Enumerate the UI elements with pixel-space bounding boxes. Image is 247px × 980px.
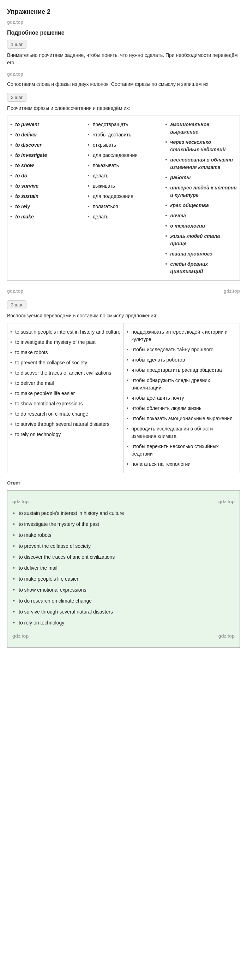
step3-left-item: to show emotional expressions	[10, 399, 121, 409]
col1: to preventto deliverto discoverto invest…	[8, 116, 85, 280]
step2-text: Прочитаем фразы и словосочетания и перев…	[7, 105, 240, 112]
subtitle: Подробное решение	[7, 29, 240, 37]
step3-right-item: чтобы доставить почту	[127, 393, 237, 403]
col3-item: работы	[165, 172, 237, 183]
answer-watermark-bottom-left: gdz.top	[12, 633, 28, 640]
col2-item: чтобы доставить	[88, 130, 160, 140]
col2-item: делать	[88, 171, 160, 181]
step3-left-item: to discover the traces of ancient civili…	[10, 368, 121, 378]
col1-item: to survive	[10, 181, 82, 191]
step3-right-item: чтобы обнаружить следы древних цивилизац…	[127, 375, 237, 393]
columns-table: to preventto deliverto discoverto invest…	[7, 116, 240, 281]
col3-item: через несколько стихийных бедствий	[165, 137, 237, 155]
step3-badge: 3 шаг	[7, 301, 27, 310]
answer-watermark-row-top: gdz.top gdz.top	[12, 498, 235, 506]
step3-right-item: чтобы пережить несколько стихийных бедст…	[127, 441, 237, 459]
step1-instruction: Сопоставим слова и фразы из двух колонок…	[7, 81, 240, 88]
step3-col-right: поддерживать интерес людей к истории и к…	[124, 323, 240, 473]
answer-item: to investigate the mystery of the past	[12, 519, 235, 530]
step3-left-item: to make people's life easier	[10, 388, 121, 399]
answer-item: to prevent the collapse of society	[12, 541, 235, 552]
answer-item: to do research on climate change	[12, 595, 235, 606]
exercise-title: Упражнение 2	[7, 7, 240, 17]
col3-item: почта	[165, 211, 237, 221]
answer-item: to sustain people's interest in history …	[12, 508, 235, 519]
step3-right-item: полагаться на технологии	[127, 459, 237, 469]
step3-right-item: поддерживать интерес людей к истории и к…	[127, 327, 237, 345]
col1-item: to rely	[10, 202, 82, 212]
col1-item: to make	[10, 212, 82, 222]
watermark-1: gdz.top	[7, 71, 23, 78]
step3-left-item: to investigate the mystery of the past	[10, 337, 121, 347]
watermark-row-mid: gdz.top gdz.top	[7, 287, 240, 296]
answer-item: to make robots	[12, 530, 235, 541]
col2-item: предотвращать	[88, 119, 160, 130]
col1-item: to deliver	[10, 130, 82, 140]
answer-item: to discover the traces of ancient civili…	[12, 552, 235, 563]
step3-left-item: to prevent the collapse of society	[10, 358, 121, 368]
col1-item: to sustain	[10, 191, 82, 202]
answer-watermark-row-bottom: gdz.top gdz.top	[12, 632, 235, 640]
answer-item: to rely on technology	[12, 617, 235, 628]
col2-item: для расследования	[88, 150, 160, 161]
answer-label: Ответ	[7, 480, 240, 487]
step3-left-item: to make robots	[10, 347, 121, 358]
col3-item: следы древних цивилизаций	[165, 259, 237, 277]
col1-item: to prevent	[10, 119, 82, 130]
col2-item: выживать	[88, 181, 160, 191]
col3-item: о технологии	[165, 221, 237, 231]
col2-item: делать	[88, 212, 160, 222]
answer-section: gdz.top gdz.top to sustain people's inte…	[7, 490, 240, 648]
col3-item: тайна прошлого	[165, 249, 237, 259]
col3: эмоциональное выражениечерез несколько с…	[162, 116, 239, 280]
col3-item: эмоциональное выражение	[165, 119, 237, 137]
step3-left-item: to do research on climate change	[10, 409, 121, 419]
col2-item: открывать	[88, 140, 160, 150]
col3-item: жизнь людей стала проще	[165, 231, 237, 249]
step3-left-item: to rely on technology	[10, 430, 121, 440]
answer-item: to deliver the mail	[12, 563, 235, 574]
answer-item: to survive through several natural disas…	[12, 606, 235, 617]
step3-left-item: to survive through several natural disas…	[10, 419, 121, 430]
col1-item: to discover	[10, 140, 82, 150]
watermark-mid-left: gdz.top	[7, 288, 23, 295]
step3-left-item: to deliver the mail	[10, 378, 121, 388]
step3-right-item: чтобы исследовать тайну прошлого	[127, 345, 237, 355]
step3-right-item: чтобы показать эмоциональные выражения	[127, 414, 237, 424]
col1-item: to do	[10, 171, 82, 181]
answer-watermark-right: gdz.top	[218, 498, 235, 505]
watermark-mid-right: gdz.top	[224, 288, 240, 295]
page-container: Упражнение 2 gdz.top Подробное решение 1…	[0, 0, 247, 662]
step3-pairs-table: to sustain people's interest in history …	[7, 323, 240, 473]
step3-right-item: чтобы предотвратить распад общества	[127, 365, 237, 375]
step3-right-item: чтобы сделать роботов	[127, 355, 237, 365]
answer-watermark-left: gdz.top	[12, 498, 28, 505]
col1-item: to investigate	[10, 150, 82, 161]
col1-item: to show	[10, 161, 82, 171]
answer-item: to make people's life easier	[12, 574, 235, 584]
header-watermark: gdz.top	[7, 19, 23, 26]
step1-text: Внимательно прочитаем задание, чтобы пон…	[7, 52, 240, 67]
step2-badge: 2 шаг	[7, 93, 27, 102]
step3-left-item: to sustain people's interest in history …	[10, 327, 121, 337]
col2: предотвращатьчтобы доставитьоткрыватьдля…	[85, 116, 163, 280]
col2-item: полагаться	[88, 202, 160, 212]
col2-item: для поддержания	[88, 191, 160, 202]
col3-item: исследования в области изменения климата	[165, 155, 237, 172]
step3-text: Воспользуемся переводами и составим по с…	[7, 312, 240, 320]
step3-right-item: проводить исследования в области изменен…	[127, 424, 237, 441]
col3-item: интерес людей к истории и культуре	[165, 183, 237, 200]
step3-right-item: чтобы облегчить людям жизнь	[127, 403, 237, 414]
answer-watermark-bottom-right: gdz.top	[218, 633, 235, 640]
answer-item: to show emotional expressions	[12, 584, 235, 595]
col2-item: показывать	[88, 161, 160, 171]
step3-col-left: to sustain people's interest in history …	[8, 323, 124, 473]
step1-badge: 1 шаг	[7, 40, 27, 49]
col3-item: крах общества	[165, 200, 237, 211]
